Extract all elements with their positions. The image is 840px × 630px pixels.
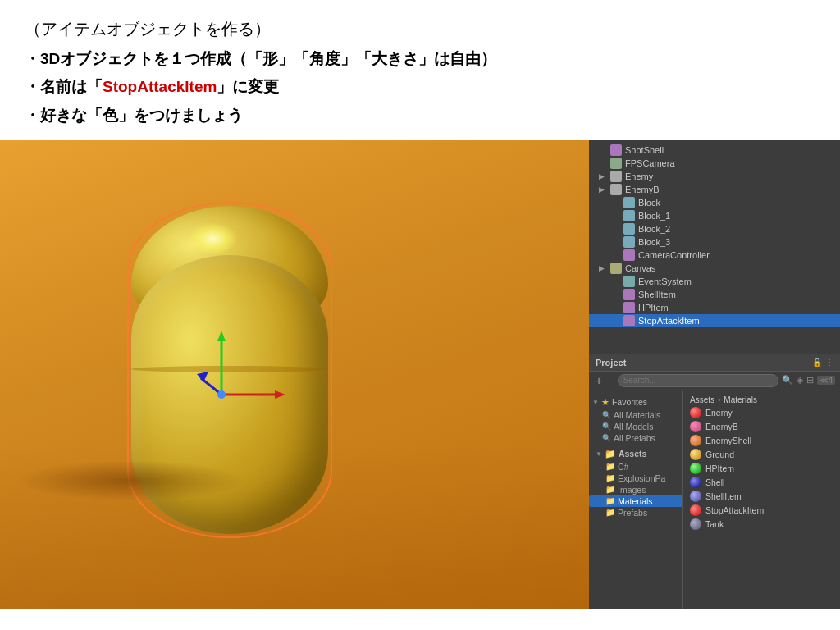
viewport[interactable] bbox=[0, 140, 589, 609]
svg-marker-3 bbox=[275, 390, 285, 399]
favorites-section: ▼ ★ Favorites 🔍 All Materials 🔍 All Mode… bbox=[589, 394, 682, 445]
materials-folder-icon: 📁 bbox=[605, 496, 615, 505]
material-item-hpitem[interactable]: HPItem bbox=[687, 462, 837, 475]
prefabs-folder[interactable]: 📁 Prefabs bbox=[589, 507, 682, 518]
hierarchy-item-stopattackitem[interactable]: StopAttackItem bbox=[589, 314, 840, 327]
hierarchy-item-label: EventSystem bbox=[638, 276, 692, 286]
material-name: Shell bbox=[705, 477, 724, 487]
all-prefabs-item[interactable]: 🔍 All Prefabs bbox=[589, 432, 682, 444]
hierarchy-item-label: Block bbox=[638, 198, 660, 208]
material-name: Enemy bbox=[705, 408, 733, 418]
material-ball-icon bbox=[690, 477, 701, 488]
title-line: （アイテムオブジェクトを作る） bbox=[25, 15, 815, 43]
hierarchy-item-label: ShellItem bbox=[638, 290, 676, 299]
svg-point-6 bbox=[217, 390, 226, 399]
hierarchy-item-enemyb[interactable]: ▶EnemyB bbox=[589, 183, 840, 196]
materials-folder[interactable]: 📁 Materials bbox=[589, 495, 682, 507]
favorites-arrow: ▼ bbox=[592, 399, 599, 406]
bullet2: ・名前は「StopAttackItem」に変更 bbox=[25, 74, 815, 100]
add-button[interactable]: + bbox=[594, 374, 604, 387]
csharp-label: C# bbox=[618, 462, 628, 472]
materials-label: Materials bbox=[618, 496, 653, 506]
hierarchy-panel: ShotShellFPSCamera▶Enemy▶EnemyBBlockBloc… bbox=[589, 140, 840, 354]
material-item-enemy[interactable]: Enemy bbox=[687, 406, 837, 419]
all-materials-item[interactable]: 🔍 All Materials bbox=[589, 409, 682, 421]
prefabs-label: Prefabs bbox=[618, 508, 647, 518]
material-name: StopAttackItem bbox=[705, 505, 764, 515]
favorites-header[interactable]: ▼ ★ Favorites bbox=[589, 395, 682, 409]
all-models-item[interactable]: 🔍 All Models bbox=[589, 421, 682, 432]
hierarchy-item-cameracontroller[interactable]: CameraController bbox=[589, 249, 840, 262]
sphere-icon bbox=[623, 302, 635, 313]
hierarchy-item-block_1[interactable]: Block_1 bbox=[589, 209, 840, 222]
material-ball-icon bbox=[690, 518, 701, 530]
material-item-shellitem[interactable]: ShellItem bbox=[687, 490, 837, 503]
cube-icon bbox=[623, 223, 635, 235]
images-folder[interactable]: 📁 Images bbox=[589, 484, 682, 495]
eventsys-icon bbox=[623, 276, 635, 287]
material-name: EnemyB bbox=[705, 422, 738, 431]
hierarchy-item-eventsystem[interactable]: EventSystem bbox=[589, 275, 840, 288]
all-models-label: All Models bbox=[614, 422, 653, 431]
canvas-icon bbox=[610, 262, 622, 274]
csharp-folder[interactable]: 📁 C# bbox=[589, 461, 682, 472]
hierarchy-item-label: StopAttackItem bbox=[638, 316, 700, 326]
hierarchy-item-hpitem[interactable]: HPItem bbox=[589, 301, 840, 314]
hierarchy-item-block_3[interactable]: Block_3 bbox=[589, 235, 840, 249]
minus-button[interactable]: − bbox=[607, 376, 612, 386]
material-item-stopattackitem[interactable]: StopAttackItem bbox=[687, 504, 837, 517]
assets-folder[interactable]: ▼ 📁 Assets bbox=[589, 447, 682, 461]
sphere-icon bbox=[623, 289, 635, 300]
expand-arrow[interactable]: ▶ bbox=[599, 172, 607, 180]
hierarchy-item-shellitem[interactable]: ShellItem bbox=[589, 288, 840, 301]
assets-label: Assets bbox=[619, 449, 646, 459]
explosion-folder[interactable]: 📁 ExplosionPa bbox=[589, 472, 682, 484]
material-name: HPItem bbox=[705, 463, 734, 473]
breadcrumb-sep: › bbox=[718, 395, 720, 404]
search-sm-icon3: 🔍 bbox=[602, 434, 611, 442]
hierarchy-item-label: Enemy bbox=[625, 171, 653, 181]
hierarchy-item-label: Canvas bbox=[625, 263, 655, 273]
images-folder-icon: 📁 bbox=[605, 485, 615, 494]
group-icon bbox=[610, 184, 622, 195]
images-label: Images bbox=[618, 485, 646, 495]
cube-icon bbox=[623, 210, 635, 221]
transform-gizmo[interactable] bbox=[189, 321, 287, 419]
svg-marker-1 bbox=[217, 331, 226, 341]
hierarchy-item-fpscamera[interactable]: FPSCamera bbox=[589, 157, 840, 170]
expand-arrow[interactable]: ▶ bbox=[599, 185, 607, 194]
hierarchy-item-block_2[interactable]: Block_2 bbox=[589, 222, 840, 235]
material-item-ground[interactable]: Ground bbox=[687, 448, 837, 461]
material-item-tank[interactable]: Tank bbox=[687, 518, 837, 531]
hierarchy-item-label: EnemyB bbox=[625, 185, 660, 194]
explosion-folder-icon: 📁 bbox=[605, 473, 615, 482]
sphere-icon bbox=[623, 315, 635, 326]
hierarchy-item-shotshell[interactable]: ShotShell bbox=[589, 144, 840, 157]
bullet1: ・3Dオブジェクトを１つ作成（「形」「角度」「大きさ」は自由） bbox=[25, 46, 815, 72]
more-icon: ⋮ bbox=[825, 358, 833, 367]
expand-arrow[interactable]: ▶ bbox=[599, 264, 607, 272]
sort-icon: ⊞ bbox=[806, 375, 814, 386]
all-materials-label: All Materials bbox=[614, 410, 660, 420]
hierarchy-item-label: FPSCamera bbox=[625, 158, 675, 168]
hierarchy-item-label: Block_1 bbox=[638, 211, 670, 221]
project-panel: Project 🔒 ⋮ + − 🔍 ◈ ⊞ ≪4 bbox=[589, 354, 840, 609]
cube-icon bbox=[623, 197, 635, 208]
breadcrumb: Assets › Materials bbox=[687, 394, 837, 406]
material-name: Ground bbox=[705, 450, 734, 459]
camera-icon bbox=[610, 158, 622, 169]
hierarchy-item-block[interactable]: Block bbox=[589, 196, 840, 209]
hierarchy-item-label: HPItem bbox=[638, 303, 669, 313]
hierarchy-item-label: CameraController bbox=[638, 250, 710, 260]
prefabs-folder-icon: 📁 bbox=[605, 508, 615, 517]
hierarchy-item-canvas[interactable]: ▶Canvas bbox=[589, 262, 840, 275]
hierarchy-item-enemy[interactable]: ▶Enemy bbox=[589, 170, 840, 183]
material-item-enemyb[interactable]: EnemyB bbox=[687, 420, 837, 433]
material-item-enemyshell[interactable]: EnemyShell bbox=[687, 434, 837, 447]
project-header: Project 🔒 ⋮ bbox=[589, 354, 840, 372]
material-item-shell[interactable]: Shell bbox=[687, 476, 837, 489]
assets-folder-icon: 📁 bbox=[605, 449, 616, 459]
project-sidebar: ▼ ★ Favorites 🔍 All Materials 🔍 All Mode… bbox=[589, 390, 683, 609]
search-input[interactable] bbox=[618, 374, 779, 387]
hierarchy-item-label: Block_2 bbox=[638, 224, 670, 234]
